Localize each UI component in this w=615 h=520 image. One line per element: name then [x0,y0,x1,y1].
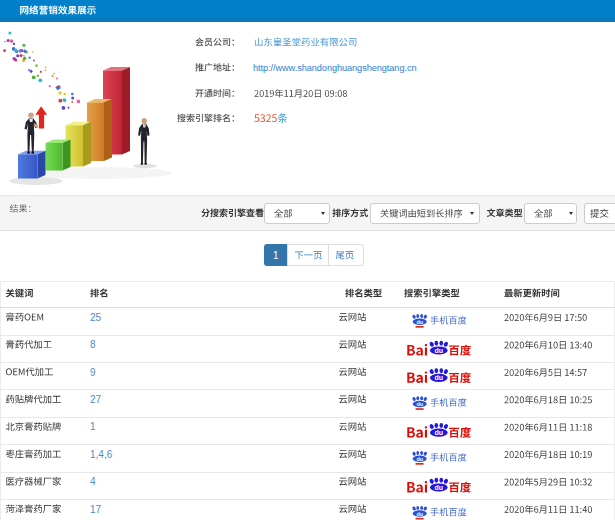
svg-text:du: du [416,511,423,517]
svg-text:du: du [416,319,423,325]
svg-text:du: du [435,429,444,436]
svg-text:du: du [416,401,423,407]
svg-text:du: du [435,374,444,381]
svg-text:du: du [416,456,423,462]
svg-text:du: du [435,484,444,491]
svg-text:du: du [435,347,444,354]
